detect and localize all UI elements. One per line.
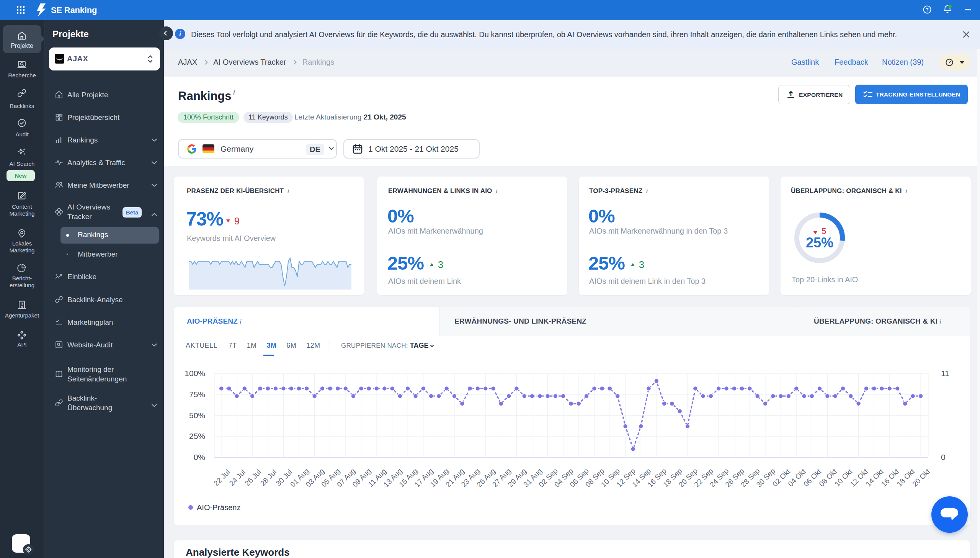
svg-text:50%: 50% bbox=[189, 411, 205, 420]
svg-text:28 Jul: 28 Jul bbox=[259, 468, 278, 487]
svg-text:11: 11 bbox=[941, 369, 949, 377]
svg-text:25%: 25% bbox=[189, 432, 205, 440]
svg-text:0: 0 bbox=[941, 453, 946, 461]
svg-text:26 Jul: 26 Jul bbox=[243, 468, 263, 487]
svg-text:75%: 75% bbox=[189, 390, 205, 399]
svg-text:24 Jul: 24 Jul bbox=[228, 468, 247, 487]
svg-text:100%: 100% bbox=[185, 369, 205, 377]
svg-text:22 Jul: 22 Jul bbox=[212, 468, 232, 487]
svg-text:?: ? bbox=[926, 7, 929, 13]
svg-text:20 Okt: 20 Okt bbox=[911, 467, 932, 488]
svg-text:0%: 0% bbox=[194, 453, 205, 461]
